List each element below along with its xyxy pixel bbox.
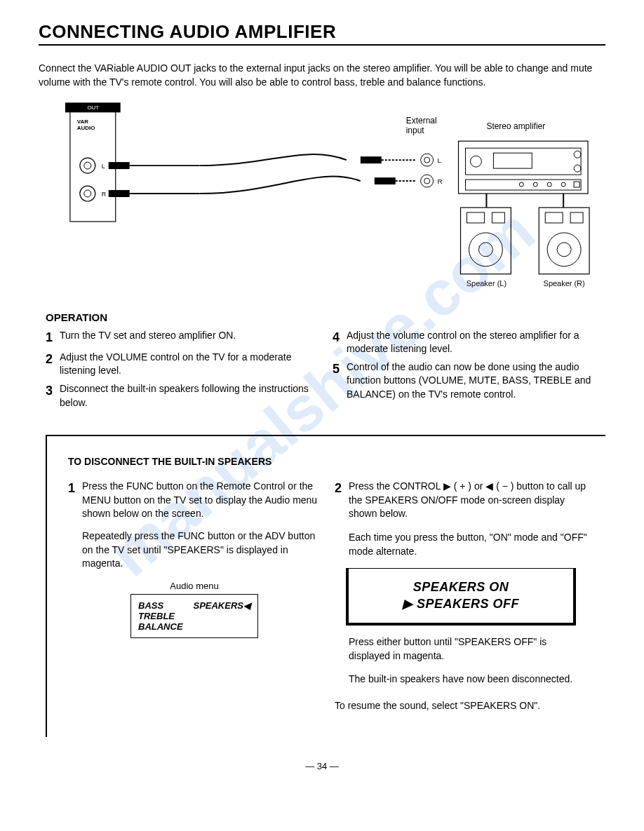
menu-item: BALANCE [138, 621, 250, 632]
svg-text:Speaker (R): Speaker (R) [544, 278, 585, 287]
svg-text:OUT: OUT [87, 104, 99, 111]
svg-rect-14 [361, 156, 382, 163]
resume-note: To resume the sound, select "SPEAKERS ON… [335, 699, 587, 713]
svg-text:R: R [102, 191, 107, 198]
svg-point-7 [80, 186, 95, 201]
svg-point-4 [80, 158, 95, 173]
svg-text:R: R [438, 177, 443, 185]
intro-text: Connect the VARiable AUDIO OUT jacks to … [39, 61, 605, 90]
svg-point-33 [519, 182, 523, 187]
svg-point-21 [421, 175, 434, 187]
svg-rect-37 [574, 182, 579, 187]
svg-point-34 [533, 182, 537, 187]
connection-diagram: OUT VARAUDIO L R L R Externalinput Stere… [39, 102, 605, 299]
step-sub: Press either button until "SPEAKERS OFF"… [349, 635, 587, 663]
step-text: Control of the audio can now be done usi… [347, 360, 605, 402]
svg-rect-29 [493, 153, 532, 168]
menu-item: BASS [138, 600, 163, 611]
svg-rect-12 [109, 190, 130, 197]
step-number: 1 [46, 329, 60, 346]
menu-item: TREBLE [138, 611, 250, 621]
svg-rect-45 [539, 208, 589, 274]
svg-point-49 [557, 242, 571, 256]
svg-point-8 [84, 190, 91, 197]
svg-rect-27 [465, 148, 581, 175]
svg-text:L: L [102, 163, 105, 170]
svg-point-19 [424, 157, 430, 163]
step-text: Adjust the volume control on the stereo … [347, 329, 605, 356]
step-number: 2 [335, 480, 349, 521]
step-number: 3 [46, 382, 60, 410]
display-line: ▶ SPEAKERS OFF [349, 596, 573, 612]
svg-rect-40 [461, 208, 511, 274]
svg-rect-16 [375, 177, 396, 184]
step-sub: Repeatedly press the FUNC button or the … [82, 529, 321, 571]
svg-text:Stereo amplifier: Stereo amplifier [486, 121, 545, 131]
svg-text:VARAUDIO: VARAUDIO [77, 119, 95, 131]
step-number: 4 [333, 329, 347, 356]
step-text: Disconnect the built-in speakers followi… [60, 382, 318, 410]
operation-heading: OPERATION [46, 311, 605, 323]
svg-rect-10 [109, 162, 130, 169]
svg-point-44 [478, 242, 492, 256]
svg-point-31 [574, 165, 581, 172]
display-line: SPEAKERS ON [349, 580, 573, 595]
step-text: Press the FUNC button on the Remote Cont… [82, 480, 321, 521]
svg-rect-46 [545, 212, 563, 223]
svg-point-18 [421, 154, 434, 166]
step-number: 5 [333, 360, 347, 402]
step-sub: The built-in speakers have now been disc… [349, 673, 587, 687]
step-number: 2 [46, 351, 60, 378]
svg-point-48 [547, 232, 581, 266]
step-text: Turn the TV set and stereo amplifier ON. [60, 329, 318, 346]
svg-point-30 [574, 151, 581, 158]
svg-point-36 [561, 182, 565, 187]
speakers-onoff-display: SPEAKERS ON ▶ SPEAKERS OFF [346, 568, 576, 626]
step-sub: Each time you press the button, "ON" mod… [349, 531, 587, 558]
svg-rect-41 [467, 212, 484, 223]
disconnect-heading: TO DISCONNECT THE BUILT-IN SPEAKERS [68, 456, 587, 467]
svg-point-43 [469, 232, 502, 266]
audio-menu-display: BASSSPEAKERS◀ TREBLE BALANCE [130, 594, 258, 638]
svg-text:Externalinput: Externalinput [406, 116, 437, 135]
svg-text:Speaker (L): Speaker (L) [467, 278, 507, 287]
menu-item: SPEAKERS◀ [193, 600, 250, 611]
step-text: Adjust the VOLUME control on the TV for … [60, 351, 318, 378]
disconnect-box: TO DISCONNECT THE BUILT-IN SPEAKERS 1Pre… [46, 435, 605, 736]
svg-rect-42 [492, 212, 504, 223]
step-number: 1 [68, 480, 82, 521]
audio-menu-caption: Audio menu [68, 581, 321, 591]
page-number: — 34 — [39, 761, 605, 771]
svg-point-28 [470, 156, 481, 167]
page-title: CONNECTING AUDIO AMPLIFIER [39, 21, 605, 43]
svg-point-22 [424, 178, 430, 184]
step-text: Press the CONTROL ▶ ( + ) or ◀ ( − ) but… [349, 480, 587, 521]
svg-rect-47 [570, 212, 583, 223]
svg-point-35 [547, 182, 551, 187]
title-rule [39, 44, 605, 46]
svg-point-5 [84, 162, 91, 169]
operation-steps: 1Turn the TV set and stereo amplifier ON… [39, 326, 605, 414]
svg-text:L: L [438, 156, 442, 164]
